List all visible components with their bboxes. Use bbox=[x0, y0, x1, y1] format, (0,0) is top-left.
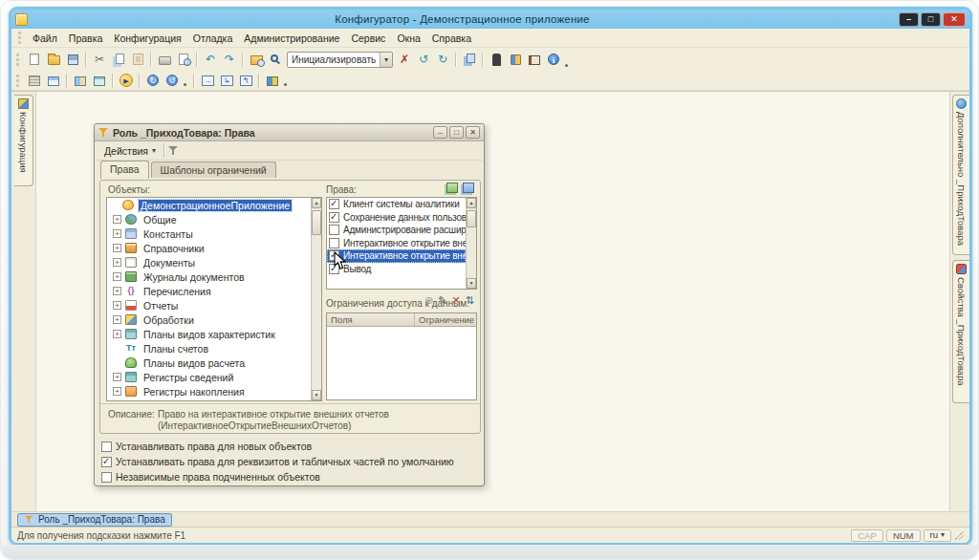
clear-search-icon[interactable]: ✗ bbox=[395, 51, 414, 68]
expand-icon[interactable]: + bbox=[113, 315, 121, 324]
expand-icon[interactable]: + bbox=[113, 258, 121, 267]
scroll-down-icon[interactable]: ▼ bbox=[467, 278, 476, 289]
menu-item-8[interactable]: Справка bbox=[426, 31, 477, 46]
attach-debugger-icon[interactable]: ↻ bbox=[143, 72, 163, 89]
menu-item-2[interactable]: Правка bbox=[63, 31, 108, 46]
menu-item-4[interactable]: Отладка bbox=[187, 31, 239, 46]
dialog-maximize-button[interactable]: □ bbox=[449, 126, 464, 139]
search-combobox[interactable]: Инициализировать▾ bbox=[287, 52, 393, 68]
right-item[interactable]: Вывод bbox=[327, 263, 466, 276]
tab-rights[interactable]: Права bbox=[100, 161, 149, 179]
tree-item[interactable]: +Документы bbox=[107, 255, 311, 269]
global-search-icon[interactable] bbox=[247, 51, 266, 68]
print-preview-icon[interactable] bbox=[174, 51, 193, 68]
tree-item[interactable]: +Общие bbox=[107, 212, 311, 226]
close-button[interactable]: ✕ bbox=[943, 12, 966, 27]
print-icon[interactable] bbox=[155, 51, 174, 68]
navigate-forward-icon[interactable]: ↻ bbox=[433, 51, 452, 68]
panel-tab-properties[interactable]: Свойства _ПриходТовара bbox=[952, 260, 969, 403]
tree-item[interactable]: +Отчеты bbox=[107, 298, 311, 312]
cut-icon[interactable]: ✂ bbox=[90, 51, 109, 68]
menu-item-3[interactable]: Конфигурация bbox=[108, 31, 186, 46]
checkbox[interactable] bbox=[329, 199, 339, 209]
tree-item[interactable]: +{}Перечисления bbox=[107, 284, 311, 298]
undo-icon[interactable]: ↶ bbox=[201, 51, 220, 68]
expand-icon[interactable]: + bbox=[113, 287, 121, 295]
expand-icon[interactable]: + bbox=[113, 215, 121, 224]
right-item[interactable]: Администрирование расширений конф... bbox=[327, 224, 466, 237]
filter-icon[interactable] bbox=[168, 145, 179, 156]
check-modules-icon[interactable] bbox=[487, 51, 506, 68]
open-icon[interactable] bbox=[44, 51, 63, 68]
scroll-track[interactable] bbox=[312, 208, 321, 390]
new-document-icon[interactable] bbox=[25, 51, 44, 68]
find-icon[interactable] bbox=[266, 51, 285, 68]
help-contents-icon[interactable] bbox=[525, 51, 544, 68]
scroll-thumb[interactable] bbox=[467, 210, 476, 227]
tree-item[interactable]: +Справочники bbox=[107, 241, 311, 255]
expand-icon[interactable]: + bbox=[113, 301, 121, 310]
tree-item[interactable]: ДемонстрационноеПриложение bbox=[107, 198, 311, 212]
column-header[interactable]: Поля bbox=[327, 313, 415, 326]
copy-icon[interactable] bbox=[109, 51, 128, 68]
checkbox[interactable] bbox=[101, 472, 112, 483]
right-item[interactable]: Клиент системы аналитики bbox=[327, 198, 466, 211]
checkbox[interactable] bbox=[101, 442, 112, 452]
expand-icon[interactable]: + bbox=[113, 229, 121, 238]
combo-dropdown-icon[interactable]: ▾ bbox=[380, 53, 392, 67]
window-tab-role-rights[interactable]: Роль _ПриходТовара: Права bbox=[17, 513, 172, 527]
menu-item-7[interactable]: Окна bbox=[391, 31, 425, 46]
maximize-button[interactable]: □ bbox=[921, 12, 941, 27]
configuration-windows-icon[interactable] bbox=[460, 51, 479, 68]
save-icon[interactable] bbox=[63, 51, 82, 68]
tree-item[interactable]: +Регистры сведений bbox=[107, 370, 311, 384]
objects-tree-scrollbar[interactable]: ▲ ▼ bbox=[311, 198, 321, 400]
debug-step-out-icon[interactable]: ↰ bbox=[236, 72, 255, 89]
scroll-up-icon[interactable]: ▲ bbox=[467, 198, 476, 208]
title-bar[interactable]: Конфигуратор - Демонстрационное приложен… bbox=[11, 10, 969, 29]
tab-restriction-templates[interactable]: Шаблоны ограничений bbox=[151, 162, 276, 178]
restart-debugger-icon[interactable]: ↺ bbox=[163, 72, 182, 89]
table-document-icon[interactable] bbox=[90, 72, 109, 89]
right-item[interactable]: Сохранение данных пользователя bbox=[327, 211, 466, 225]
scroll-down-icon[interactable]: ▼ bbox=[312, 390, 321, 400]
option-checkbox-row[interactable]: Независимые права подчиненных объектов bbox=[101, 469, 478, 485]
split-window-icon[interactable] bbox=[71, 72, 90, 89]
debug-step-into-icon[interactable]: → bbox=[198, 72, 217, 89]
tree-item[interactable]: +Обработки bbox=[107, 312, 311, 327]
tree-item[interactable]: +Журналы документов bbox=[107, 269, 311, 284]
about-icon[interactable]: i bbox=[544, 51, 563, 68]
debug-step-over-icon[interactable]: ↳ bbox=[217, 72, 236, 89]
tree-item[interactable]: ТтПланы счетов bbox=[107, 341, 311, 355]
add-restriction-icon[interactable]: ⊕ bbox=[424, 295, 433, 306]
configuration-service-icon[interactable] bbox=[263, 72, 282, 89]
right-item[interactable]: Интерактивное открытие внешних обр... bbox=[327, 237, 466, 250]
text-document-icon[interactable] bbox=[25, 72, 44, 89]
dialog-title-bar[interactable]: Роль _ПриходТовара: Права –□✕ bbox=[95, 124, 484, 141]
topics-icon[interactable] bbox=[506, 51, 525, 68]
scroll-thumb[interactable] bbox=[312, 210, 321, 235]
language-indicator[interactable]: ru ▾ bbox=[924, 529, 951, 542]
checkbox[interactable] bbox=[329, 225, 339, 235]
edit-restriction-icon[interactable]: ✎ bbox=[438, 295, 446, 306]
tree-item[interactable]: +Регистры накопления bbox=[107, 384, 311, 398]
tree-item[interactable]: Планы видов расчета bbox=[107, 355, 311, 370]
panel-tab-configuration[interactable]: Конфигурация bbox=[14, 95, 33, 186]
expand-icon[interactable]: + bbox=[113, 244, 121, 252]
panel-tab-additional[interactable]: Дополнительно _ПриходТовара bbox=[952, 95, 969, 255]
search-input[interactable]: Инициализировать bbox=[288, 54, 380, 65]
right-item[interactable]: Интерактивное открытие внешних отч... bbox=[327, 249, 466, 263]
delete-restriction-icon[interactable]: ✕ bbox=[452, 295, 461, 306]
paste-icon[interactable] bbox=[128, 51, 147, 68]
dialog-minimize-button[interactable]: – bbox=[433, 126, 447, 139]
expand-icon[interactable]: + bbox=[113, 330, 121, 338]
checkbox[interactable] bbox=[101, 457, 112, 467]
menu-item-6[interactable]: Сервис bbox=[345, 31, 391, 46]
dialog-close-button[interactable]: ✕ bbox=[466, 126, 480, 139]
actions-button[interactable]: Действия ▾ bbox=[99, 143, 161, 159]
expand-icon[interactable]: + bbox=[113, 272, 121, 281]
tree-item[interactable]: +Планы видов характеристик bbox=[107, 327, 311, 341]
checkbox[interactable] bbox=[329, 238, 339, 248]
set-all-rights-icon[interactable] bbox=[446, 183, 458, 193]
expand-icon[interactable]: + bbox=[113, 373, 121, 381]
